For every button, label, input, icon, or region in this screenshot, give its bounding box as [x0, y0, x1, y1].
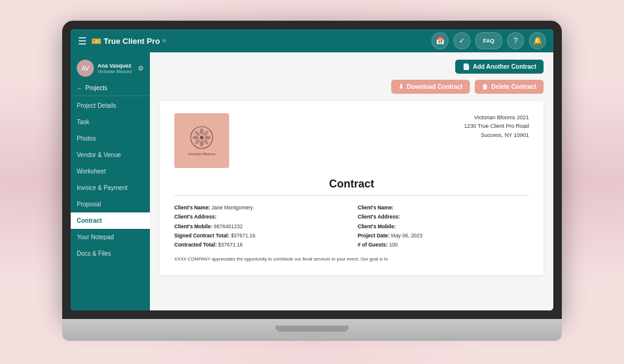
field-project-date: Project Date: May 06, 2023 [358, 231, 529, 240]
field-value-client-name: Jane Montgomery [211, 205, 253, 211]
sidebar-item-worksheet[interactable]: Worksheet [71, 163, 150, 180]
app-logo: 🎫 True Client Pro ® [91, 37, 166, 46]
user-info: Ana Vasquez Victorian Blooms [98, 63, 134, 74]
company-logo-box: Victorian Blooms [174, 113, 229, 168]
field-label-guests: # of Guests: [358, 242, 389, 248]
app-window: ☰ 🎫 True Client Pro ® 📅 ✓ FAQ ? 🔔 [71, 29, 553, 310]
field-guests: # of Guests: 100 [358, 240, 529, 250]
trash-icon: 🗑 [482, 83, 488, 90]
check-nav-icon[interactable]: ✓ [453, 32, 470, 49]
contract-body-text: XXXX COMPANY appreciates the opportunity… [174, 256, 529, 262]
field-client-address-right: Client's Address: [358, 212, 529, 222]
download-icon: ⬇ [399, 83, 403, 90]
add-another-contract-button[interactable]: 📄 Add Another Contract [455, 60, 544, 74]
field-client-name-right: Client's Name: [358, 203, 529, 212]
contract-fields-right: Client's Name: Client's Address: Client'… [358, 203, 529, 250]
svg-point-4 [193, 136, 199, 139]
field-value-signed-total: $37671.16 [231, 233, 255, 239]
company-name-line: Victorian Blooms 2021 [464, 113, 529, 122]
user-subtitle: Victorian Blooms [98, 69, 134, 74]
field-value-contracted-total: $37671.16 [218, 242, 243, 248]
trademark: ® [162, 38, 166, 44]
field-label-signed-total: Signed Contract Total: [174, 233, 231, 239]
user-name: Ana Vasquez [98, 63, 134, 69]
hamburger-icon[interactable]: ☰ [78, 35, 87, 47]
add-contract-label: Add Another Contract [473, 63, 536, 70]
field-value-client-mobile: 9876451232 [214, 223, 243, 229]
sidebar-item-project-details[interactable]: Project Details [71, 97, 150, 114]
field-contracted-total: Contracted Total: $37671.16 [174, 240, 346, 250]
add-contract-icon: 📄 [463, 63, 470, 70]
laptop-base [62, 319, 562, 341]
field-value-guests: 100 [389, 242, 397, 248]
field-label-client-mobile-left: Client's Mobile: [174, 223, 214, 229]
contract-header: Victorian Blooms Victorian Blooms 2021 1… [174, 113, 529, 168]
sidebar-item-docs-files[interactable]: Docs & Files [71, 245, 150, 262]
contract-document: Victorian Blooms Victorian Blooms 2021 1… [160, 101, 544, 275]
svg-point-3 [200, 141, 204, 147]
sidebar-item-proposal[interactable]: Proposal [71, 196, 150, 212]
secondary-action-bar: ⬇ Download Contract 🗑 Delete Contract [160, 80, 544, 94]
field-label-client-address-right: Client's Address: [358, 214, 400, 220]
field-label-client-name: Client's Name: [174, 205, 211, 211]
app-title: True Client Pro [104, 37, 160, 46]
field-signed-total: Signed Contract Total: $37671.16 [174, 231, 346, 240]
laptop-container: ☰ 🎫 True Client Pro ® 📅 ✓ FAQ ? 🔔 [62, 21, 562, 343]
back-label: Projects [85, 85, 107, 91]
laptop-notch [275, 326, 349, 332]
sidebar: AV Ana Vasquez Victorian Blooms ⚙ ← Proj… [71, 52, 150, 310]
back-arrow-icon: ← [77, 85, 83, 91]
contract-fields-left: Client's Name: Jane Montgomery Client's … [174, 203, 346, 250]
delete-label: Delete Contract [491, 83, 536, 90]
action-bar: 📄 Add Another Contract [160, 60, 544, 74]
sidebar-item-your-notepad[interactable]: Your Notepad [71, 229, 150, 245]
avatar: AV [77, 60, 94, 77]
svg-point-1 [200, 136, 204, 139]
sidebar-item-invoice-payment[interactable]: Invoice & Payment [71, 180, 150, 196]
sidebar-item-vendor-venue[interactable]: Vendor & Venue [71, 147, 150, 163]
settings-icon[interactable]: ⚙ [138, 65, 144, 72]
flower-logo-icon [190, 125, 214, 150]
sidebar-divider [71, 96, 150, 96]
field-label-project-date: Project Date: [358, 233, 391, 239]
svg-point-2 [200, 128, 204, 135]
svg-point-8 [194, 138, 200, 145]
field-client-mobile-left: Client's Mobile: 9876451232 [174, 222, 346, 231]
svg-point-9 [202, 138, 209, 145]
faq-nav-button[interactable]: FAQ [475, 32, 502, 49]
bell-nav-icon[interactable]: 🔔 [529, 32, 546, 49]
field-client-mobile-right: Client's Mobile: [358, 222, 529, 231]
avatar-initials: AV [82, 65, 90, 72]
address-line1: 1230 True Client Pro Road [464, 122, 529, 130]
sidebar-item-photos[interactable]: Photos [71, 130, 150, 147]
help-nav-icon[interactable]: ? [507, 32, 524, 49]
download-label: Download Contract [406, 83, 463, 90]
field-value-project-date: May 06, 2023 [391, 233, 423, 239]
content-area: 📄 Add Another Contract ⬇ Download Contra… [150, 52, 553, 310]
app-container: ☰ 🎫 True Client Pro ® 📅 ✓ FAQ ? 🔔 [71, 29, 553, 310]
company-address: Victorian Blooms 2021 1230 True Client P… [464, 113, 529, 139]
field-client-address-left: Client's Address: [174, 212, 346, 222]
top-nav: ☰ 🎫 True Client Pro ® 📅 ✓ FAQ ? 🔔 [71, 29, 553, 52]
delete-contract-button[interactable]: 🗑 Delete Contract [475, 80, 544, 94]
address-line2: Success, NY 10901 [464, 131, 529, 139]
sidebar-item-task[interactable]: Task [71, 114, 150, 130]
svg-point-7 [202, 130, 209, 136]
field-label-contracted-total: Contracted Total: [174, 242, 218, 248]
main-content: AV Ana Vasquez Victorian Blooms ⚙ ← Proj… [71, 52, 553, 310]
download-contract-button[interactable]: ⬇ Download Contract [391, 80, 470, 94]
laptop-screen: ☰ 🎫 True Client Pro ® 📅 ✓ FAQ ? 🔔 [62, 21, 562, 319]
field-label-client-name-right: Client's Name: [358, 205, 394, 211]
field-label-client-mobile-right: Client's Mobile: [358, 223, 395, 229]
logo-icon: 🎫 [91, 37, 101, 46]
back-to-projects[interactable]: ← Projects [71, 82, 150, 94]
svg-point-5 [205, 136, 211, 139]
user-profile-area: AV Ana Vasquez Victorian Blooms ⚙ [71, 55, 150, 82]
calendar-nav-icon[interactable]: 📅 [431, 32, 448, 49]
contract-fields: Client's Name: Jane Montgomery Client's … [174, 203, 529, 250]
svg-point-6 [194, 130, 200, 136]
contract-title: Contract [174, 178, 529, 196]
nav-icons-group: 📅 ✓ FAQ ? 🔔 [431, 32, 546, 49]
field-client-name-left: Client's Name: Jane Montgomery [174, 203, 346, 212]
sidebar-item-contract[interactable]: Contract [71, 212, 150, 229]
